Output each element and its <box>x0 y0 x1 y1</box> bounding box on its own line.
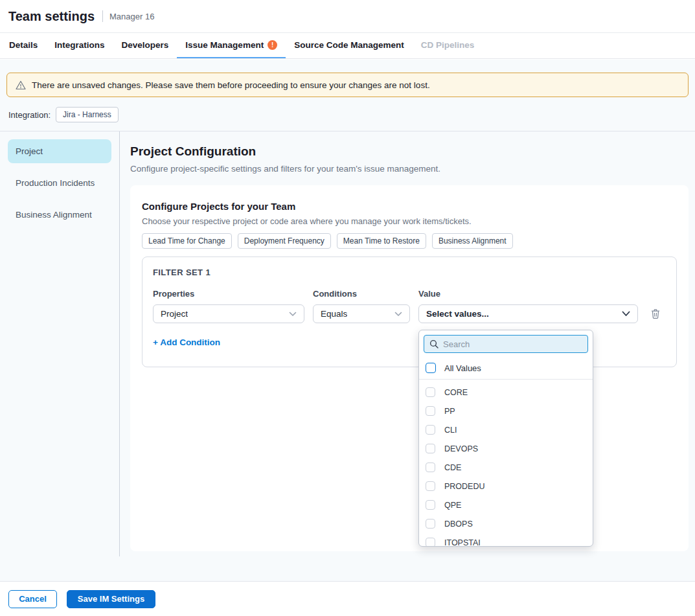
trash-icon <box>650 308 661 319</box>
option-cli[interactable]: CLI <box>419 420 593 439</box>
dropdown-search <box>424 335 588 353</box>
option-pp[interactable]: PP <box>419 402 593 420</box>
chip-mean-time-to-restore[interactable]: Mean Time to Restore <box>337 233 426 249</box>
tab-label: CD Pipelines <box>421 40 475 50</box>
filter-column-headers: Properties Conditions Value <box>153 289 666 299</box>
tab-label: Details <box>9 40 38 50</box>
card-title: Configure Projects for your Team <box>142 201 677 212</box>
search-input[interactable] <box>443 339 582 349</box>
option-label: PP <box>444 407 455 416</box>
filter-set-title: FILTER SET 1 <box>153 268 666 277</box>
metric-chips: Lead Time for Change Deployment Frequenc… <box>142 233 677 249</box>
tab-integrations[interactable]: Integrations <box>46 33 113 58</box>
config-sidebar: Project Production Incidents Business Al… <box>0 131 120 556</box>
column-header-value: Value <box>418 289 638 299</box>
team-settings-page: Team settings Manager 16 Details Integra… <box>0 0 695 616</box>
team-name-label: Manager 16 <box>109 12 154 21</box>
checkbox[interactable] <box>426 387 435 397</box>
select-all-option[interactable]: All Values <box>419 358 593 380</box>
column-header-conditions: Conditions <box>313 289 410 299</box>
value-select-wrap: Select values... <box>418 304 638 323</box>
footer-actions: Cancel Save IM Settings <box>0 581 695 616</box>
value-select-placeholder: Select values... <box>426 309 489 319</box>
option-label: CORE <box>444 388 468 397</box>
banner-text: There are unsaved changes. Please save t… <box>32 80 430 90</box>
checkbox-all-values[interactable] <box>426 363 436 373</box>
tab-label: Source Code Management <box>294 40 404 50</box>
tab-developers[interactable]: Developers <box>113 33 177 58</box>
option-label: DEVOPS <box>444 444 478 453</box>
filter-condition-row: Project Equals <box>153 304 666 323</box>
option-label: ITOPSTAI <box>444 538 481 547</box>
card-subtitle: Choose your respective project or code a… <box>142 216 677 226</box>
section-subtitle: Configure project-specific settings and … <box>130 164 689 174</box>
chip-business-alignment[interactable]: Business Alignment <box>432 233 513 249</box>
settings-tabbar: Details Integrations Developers Issue Ma… <box>0 33 695 59</box>
sidebar-item-business-alignment[interactable]: Business Alignment <box>8 203 111 227</box>
option-qpe[interactable]: QPE <box>419 496 593 514</box>
conditions-select[interactable]: Equals <box>313 304 410 323</box>
tab-details[interactable]: Details <box>1 33 46 58</box>
title-divider <box>102 10 103 22</box>
chip-deployment-frequency[interactable]: Deployment Frequency <box>238 233 331 249</box>
option-label: QPE <box>444 501 461 510</box>
filter-set-panel: FILTER SET 1 Properties Conditions Value… <box>142 257 677 367</box>
warning-triangle-icon <box>16 80 26 90</box>
properties-select-value: Project <box>161 309 188 319</box>
main-panel: Project Configuration Configure project-… <box>120 131 695 556</box>
option-itopstai[interactable]: ITOPSTAI <box>419 533 593 547</box>
integration-chip[interactable]: Jira - Harness <box>56 107 119 122</box>
checkbox[interactable] <box>426 500 435 510</box>
column-header-properties: Properties <box>153 289 304 299</box>
search-icon <box>429 339 439 348</box>
value-dropdown-popup: All Values CORE <box>418 330 593 547</box>
chevron-down-icon <box>289 312 297 317</box>
option-label: PRODEDU <box>444 482 485 491</box>
checkbox[interactable] <box>426 538 435 547</box>
tab-label: Developers <box>122 40 169 50</box>
chevron-down-icon <box>394 312 402 317</box>
configure-projects-card: Configure Projects for your Team Choose … <box>130 185 689 551</box>
checkbox[interactable] <box>426 519 435 529</box>
settings-layout: Project Production Incidents Business Al… <box>0 131 695 556</box>
option-dbops[interactable]: DBOPS <box>419 514 593 533</box>
checkbox[interactable] <box>426 444 435 453</box>
option-cde[interactable]: CDE <box>419 458 593 477</box>
tab-label: Integrations <box>54 40 104 50</box>
integration-label: Integration: <box>8 110 51 120</box>
value-multiselect[interactable]: Select values... <box>418 304 638 323</box>
chevron-down-icon <box>622 311 630 317</box>
sidebar-item-production-incidents[interactable]: Production Incidents <box>8 171 111 195</box>
section-title: Project Configuration <box>130 144 689 159</box>
tab-source-code-management[interactable]: Source Code Management <box>286 33 413 58</box>
checkbox[interactable] <box>426 481 435 491</box>
tab-label: Issue Management <box>185 40 264 50</box>
option-label: CDE <box>444 463 461 472</box>
content-area: There are unsaved changes. Please save t… <box>0 60 695 581</box>
page-title: Team settings <box>8 9 95 24</box>
page-header: Team settings Manager 16 <box>0 0 695 33</box>
checkbox[interactable] <box>426 406 435 416</box>
warning-badge-icon: ! <box>268 40 277 50</box>
dropdown-option-list: CORE PP CLI <box>419 380 593 547</box>
conditions-select-value: Equals <box>321 309 347 319</box>
select-all-label: All Values <box>444 363 481 373</box>
cancel-button[interactable]: Cancel <box>8 590 57 608</box>
properties-select[interactable]: Project <box>153 304 304 323</box>
integration-row: Integration: Jira - Harness <box>8 106 687 123</box>
unsaved-changes-banner: There are unsaved changes. Please save t… <box>6 73 689 97</box>
tab-issue-management[interactable]: Issue Management ! <box>177 33 286 58</box>
tab-cd-pipelines: CD Pipelines <box>413 33 483 58</box>
option-core[interactable]: CORE <box>419 383 593 402</box>
option-devops[interactable]: DEVOPS <box>419 439 593 458</box>
checkbox[interactable] <box>426 462 435 472</box>
delete-condition-button[interactable] <box>650 308 661 319</box>
option-label: CLI <box>444 426 457 435</box>
add-condition-button[interactable]: + Add Condition <box>153 337 220 347</box>
option-label: DBOPS <box>444 519 473 529</box>
checkbox[interactable] <box>426 425 435 435</box>
option-prodedu[interactable]: PRODEDU <box>419 477 593 496</box>
chip-lead-time-for-change[interactable]: Lead Time for Change <box>142 233 232 249</box>
save-im-settings-button[interactable]: Save IM Settings <box>67 590 155 608</box>
sidebar-item-project[interactable]: Project <box>8 139 111 163</box>
